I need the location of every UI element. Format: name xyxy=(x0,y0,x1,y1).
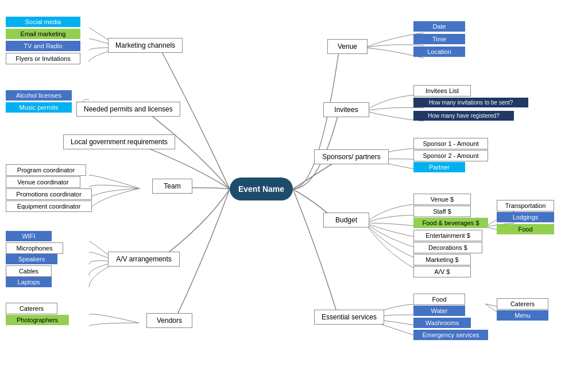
leaf-budget-staff: Staff $ xyxy=(413,206,471,217)
leaf-alcohol: Alcohol licenses xyxy=(6,90,72,101)
leaf-ess-washrooms: Washrooms xyxy=(413,318,471,328)
leaf-wifi: WIFI xyxy=(6,231,52,241)
leaf-ess-emergency: Emergency services xyxy=(413,330,488,340)
leaf-music: Music permits xyxy=(6,102,72,113)
leaf-speakers: Speakers xyxy=(6,254,57,264)
leaf-budget-venue: Venue $ xyxy=(413,194,471,205)
leaf-budget-av: A/V $ xyxy=(413,266,471,277)
leaf-ess-water: Water xyxy=(413,306,465,316)
leaf-food-sub: Food xyxy=(497,224,554,234)
leaf-transportation: Transportation xyxy=(497,200,554,211)
branch-venue: Venue xyxy=(327,39,368,54)
leaf-microphones: Microphones xyxy=(6,242,63,254)
leaf-flyers: Flyers or Invitations xyxy=(6,53,80,64)
leaf-sponsor2: Sponsor 2 - Amount xyxy=(413,150,488,161)
leaf-caterers: Caterers xyxy=(6,303,57,314)
leaf-promo-coord: Promotions coordinator xyxy=(6,188,92,200)
leaf-location: Location xyxy=(413,47,465,57)
branch-local-gov: Local government requirements xyxy=(63,134,175,149)
branch-budget: Budget xyxy=(323,213,369,227)
leaf-caterers-sub: Caterers xyxy=(497,298,548,310)
leaf-email-marketing: Email marketing xyxy=(6,29,80,39)
branch-permits: Needed permits and licenses xyxy=(76,102,180,117)
leaf-ess-food: Food xyxy=(413,294,465,305)
leaf-invitees-count: How many invitations to be sent? xyxy=(413,98,528,107)
branch-essential: Essential services xyxy=(314,310,384,325)
leaf-invitees-registered: How many have registered? xyxy=(413,111,514,121)
branch-sponsors: Sponsors/ partners xyxy=(314,149,389,164)
leaf-equip-coord: Equipment coordinator xyxy=(6,200,92,212)
mindmap-canvas: Event Name Venue Invitees Sponsors/ part… xyxy=(0,0,588,378)
leaf-photographers: Photographers xyxy=(6,315,69,325)
leaf-laptops: Laptops xyxy=(6,277,52,287)
branch-invitees: Invitees xyxy=(323,102,369,117)
center-node: Event Name xyxy=(230,178,293,200)
leaf-partner: Partner xyxy=(413,162,465,172)
leaf-cables: Cables xyxy=(6,265,52,277)
leaf-budget-marketing: Marketing $ xyxy=(413,254,471,265)
branch-av: A/V arrangements xyxy=(108,252,180,267)
leaf-budget-entertainment: Entertainment $ xyxy=(413,230,482,241)
leaf-tv-radio: TV and Radio xyxy=(6,41,80,51)
leaf-menu-sub: Menu xyxy=(497,310,548,321)
branch-vendors: Vendors xyxy=(146,313,192,328)
leaf-sponsor1: Sponsor 1 - Amount xyxy=(413,138,488,149)
leaf-venue-coord: Venue coordinator xyxy=(6,176,80,188)
leaf-date: Date xyxy=(413,21,465,32)
leaf-program-coord: Program coordinator xyxy=(6,164,86,176)
leaf-time: Time xyxy=(413,34,465,44)
leaf-social-media: Social media xyxy=(6,17,80,27)
branch-team: Team xyxy=(152,179,192,194)
leaf-lodgings: Lodgings xyxy=(497,212,554,222)
leaf-budget-decorations: Decorations $ xyxy=(413,242,482,253)
leaf-budget-food: Food & beverages $ xyxy=(413,218,488,228)
branch-marketing: Marketing channels xyxy=(108,38,183,53)
leaf-invitees-list: Invitees List xyxy=(413,85,471,97)
